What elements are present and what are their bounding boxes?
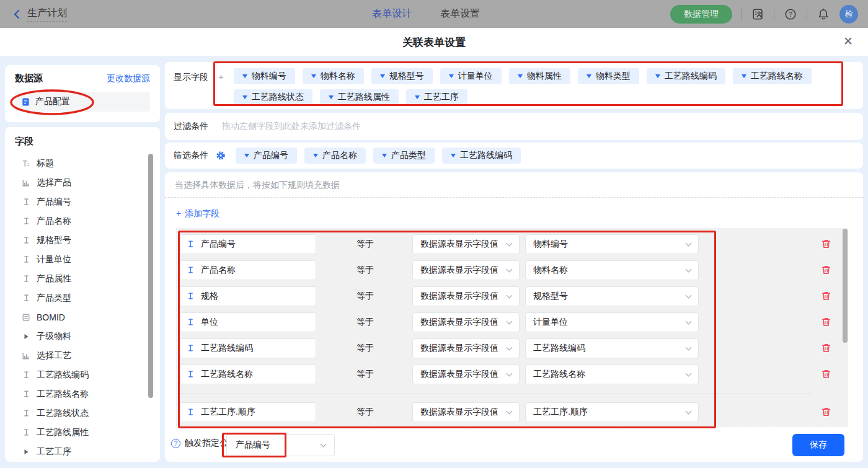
field-tag[interactable]: 物料编号 [234, 68, 295, 84]
rule-source-select[interactable]: 数据源表显示字段值 [412, 312, 520, 332]
tag-label: 工艺路线状态 [252, 92, 304, 103]
rule-field-input[interactable]: 产品编号 [180, 234, 316, 254]
field-tag[interactable]: 工艺路线编码 [647, 68, 725, 84]
trash-icon[interactable] [821, 317, 832, 328]
tag-label: 产品名称 [322, 150, 357, 161]
field-tag[interactable]: 工艺路线编码 [442, 148, 521, 164]
field-list-item[interactable]: 产品类型 [15, 288, 160, 307]
field-list-item[interactable]: 选择产品 [15, 173, 160, 192]
avatar[interactable]: 检 [839, 5, 858, 24]
rule-value-select[interactable]: 规格型号 [525, 286, 699, 306]
gear-icon[interactable] [216, 151, 226, 161]
chevron-down-icon [507, 318, 513, 324]
field-list-item[interactable]: 规格型号 [15, 231, 160, 250]
field-tag[interactable]: 物料属性 [509, 68, 570, 84]
field-tag[interactable]: 计量单位 [440, 68, 502, 84]
field-tag[interactable]: 产品编号 [236, 148, 297, 164]
display-tags: 物料编号物料名称规格型号计量单位物料属性物料类型工艺路线编码工艺路线名称 工艺路… [234, 68, 812, 103]
rule-operator: 等于 [356, 317, 374, 328]
rule-field-input[interactable]: 单位 [180, 312, 316, 332]
field-list-item[interactable]: 产品属性 [15, 269, 160, 288]
rule-row: 产品名称等于数据源表显示字段值物料名称 [176, 260, 848, 280]
rule-source-select[interactable]: 数据源表显示字段值 [412, 364, 520, 384]
tab-form-design[interactable]: 表单设计 [372, 7, 412, 20]
rule-value-select[interactable]: 工艺路线名称 [525, 364, 699, 384]
field-list-item[interactable]: 工艺路线属性 [15, 423, 160, 442]
rule-row: 规格等于数据源表显示字段值规格型号 [176, 286, 848, 306]
help-circle-icon[interactable]: ? [171, 439, 180, 448]
caret-down-icon [244, 154, 249, 157]
tab-form-settings[interactable]: 表单设置 [440, 7, 480, 20]
sidebar-scrollbar[interactable] [148, 154, 153, 398]
rule-source-select[interactable]: 数据源表显示字段值 [412, 234, 520, 254]
trash-icon[interactable] [821, 343, 832, 354]
rule-row: 工艺路线编码等于数据源表显示字段值工艺路线编码 [176, 338, 848, 358]
rule-field-input[interactable]: 工艺工序.顺序 [180, 402, 316, 422]
rule-field-input[interactable]: 工艺路线编码 [180, 338, 316, 358]
close-icon[interactable]: ✕ [843, 34, 853, 48]
trash-icon[interactable] [821, 265, 832, 276]
screen-label: 筛选条件 [174, 150, 208, 161]
tag-label: 产品编号 [254, 150, 288, 161]
back-button[interactable]: 生产计划 [12, 7, 67, 22]
field-item-label: 选择工艺 [37, 350, 71, 361]
rule-field-input[interactable]: 产品名称 [180, 260, 316, 280]
contacts-icon[interactable] [750, 7, 765, 22]
rule-source-select[interactable]: 数据源表显示字段值 [412, 260, 520, 280]
add-field-button[interactable]: + 添加字段 [176, 208, 219, 219]
add-display-field-button[interactable]: + [218, 68, 224, 103]
rule-source-select[interactable]: 数据源表显示字段值 [412, 286, 520, 306]
field-list-item[interactable]: 工艺路线名称 [15, 384, 160, 404]
form-icon [21, 312, 31, 322]
field-tag[interactable]: 工艺工序 [406, 89, 467, 105]
chevron-down-icon [507, 370, 513, 376]
rule-value-select[interactable]: 物料编号 [525, 234, 699, 254]
rule-value-select[interactable]: 计量单位 [525, 312, 699, 332]
field-list-item[interactable]: 计量单位 [15, 250, 160, 269]
rules-scrollbar[interactable] [843, 229, 848, 343]
field-list-item[interactable]: 工艺路线状态 [15, 404, 160, 423]
field-list-item[interactable]: 工艺路线编码 [15, 365, 160, 384]
rule-field-input[interactable]: 规格 [180, 286, 316, 306]
field-item-label: 工艺路线编码 [37, 369, 89, 381]
data-manage-button[interactable]: 数据管理 [670, 5, 732, 24]
expand-icon [21, 332, 31, 342]
bell-icon[interactable] [816, 7, 831, 22]
field-list-item[interactable]: 产品名称 [15, 211, 160, 231]
trash-icon[interactable] [821, 369, 832, 380]
trash-icon[interactable] [821, 407, 832, 418]
trash-icon[interactable] [821, 291, 832, 302]
field-tag[interactable]: 产品类型 [373, 148, 435, 164]
field-tag[interactable]: 物料类型 [578, 68, 639, 84]
filter-dropzone[interactable]: 拖动左侧字段到此处来添加过滤条件 [222, 121, 361, 132]
rule-source-select[interactable]: 数据源表显示字段值 [412, 402, 520, 422]
datasource-item[interactable]: 产品配置 [15, 92, 150, 112]
rule-value-value: 计量单位 [533, 317, 568, 328]
field-list-item[interactable]: 工艺工序 [15, 442, 160, 461]
trash-icon[interactable] [821, 239, 832, 250]
fields-panel: 字段 标题选择产品产品编号产品名称规格型号计量单位产品属性产品类型BOMID子级… [5, 127, 160, 462]
change-datasource-link[interactable]: 更改数据源 [107, 73, 150, 84]
help-icon[interactable]: ? [783, 7, 798, 22]
rule-value-select[interactable]: 工艺路线编码 [525, 338, 699, 358]
rule-field-input[interactable]: 工艺路线名称 [180, 364, 316, 384]
field-tag[interactable]: 工艺路线名称 [733, 68, 812, 84]
field-tag[interactable]: 物料名称 [303, 68, 364, 84]
field-tag[interactable]: 工艺路线状态 [234, 89, 312, 105]
rule-value-select[interactable]: 物料名称 [525, 260, 699, 280]
rule-source-select[interactable]: 数据源表显示字段值 [412, 338, 520, 358]
field-list-item[interactable]: 选择工艺 [15, 346, 160, 365]
field-tag[interactable]: 产品名称 [304, 148, 366, 164]
trigger-field-select[interactable]: 产品编号 [226, 434, 335, 456]
field-tag[interactable]: 工艺路线属性 [320, 89, 399, 105]
text-field-icon [21, 274, 31, 284]
save-button[interactable]: 保存 [792, 434, 844, 456]
field-list-item[interactable]: 产品编号 [15, 192, 160, 211]
field-list-item[interactable]: BOMID [15, 307, 160, 327]
field-list-item[interactable]: 标题 [15, 154, 160, 173]
rule-value-select[interactable]: 工艺工序.顺序 [525, 402, 699, 422]
field-list-item[interactable]: 子级物料 [15, 327, 160, 346]
chevron-down-icon [686, 240, 692, 246]
rule-source-value: 数据源表显示字段值 [420, 317, 498, 328]
field-tag[interactable]: 规格型号 [371, 68, 433, 84]
